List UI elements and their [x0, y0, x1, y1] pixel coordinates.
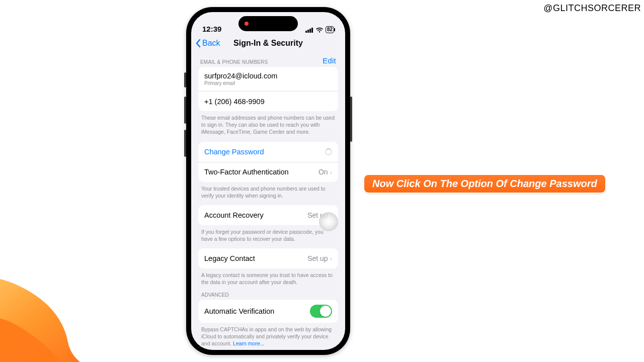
edit-button[interactable]: Edit [323, 56, 336, 65]
footer-email-phone: These email addresses and phone numbers … [198, 111, 338, 142]
row-change-password[interactable]: Change Password [198, 142, 338, 162]
svg-rect-1 [307, 30, 309, 33]
section-header-label: EMAIL & PHONE NUMBERS [200, 59, 268, 65]
svg-rect-2 [309, 29, 311, 33]
row-email[interactable]: surfpro24@icloud.com Primary email [198, 67, 338, 91]
loading-spinner-icon [325, 148, 332, 155]
legacy-contact-label: Legacy Contact [204, 254, 255, 262]
navigation-bar: Back Sign-In & Security [191, 34, 345, 52]
footer-legacy-contact: A legacy contact is someone you trust to… [198, 268, 338, 292]
instruction-callout: Now Click On The Option Of Change Passwo… [363, 174, 606, 194]
learn-more-link[interactable]: Learn more... [233, 340, 264, 346]
chevron-right-icon: › [330, 168, 332, 176]
two-factor-value: On [318, 168, 328, 176]
section-header-email-phone: EMAIL & PHONE NUMBERS Edit [198, 52, 338, 67]
footer-automatic-verification: Bypass CAPTCHAs in apps and on the web b… [198, 323, 338, 350]
row-legacy-contact[interactable]: Legacy Contact Set up › [198, 248, 338, 268]
email-value: surfpro24@icloud.com [204, 72, 277, 80]
row-account-recovery[interactable]: Account Recovery Set up › [198, 205, 338, 225]
page-title: Sign-In & Security [191, 39, 345, 48]
watermark-text: @GLITCHSORCERER [543, 3, 641, 14]
chevron-right-icon: › [330, 255, 332, 262]
two-factor-label: Two-Factor Authentication [204, 168, 289, 176]
automatic-verification-footer-text: Bypass CAPTCHAs in apps and on the web b… [201, 326, 332, 346]
phone-value: +1 (206) 468-9909 [204, 98, 265, 106]
section-header-advanced: ADVANCED [198, 292, 338, 300]
assistive-touch-button[interactable] [319, 212, 338, 231]
wifi-icon [315, 27, 324, 33]
svg-rect-0 [305, 31, 307, 33]
group-automatic-verification: Automatic Verification [198, 300, 338, 323]
group-legacy-contact: Legacy Contact Set up › [198, 248, 338, 268]
phone-frame: 12:39 82 Back Sign-In & Security [186, 7, 350, 355]
group-email-phone: surfpro24@icloud.com Primary email +1 (2… [198, 67, 338, 111]
automatic-verification-toggle[interactable] [310, 305, 332, 318]
legacy-contact-value: Set up [307, 254, 328, 262]
phone-screen: 12:39 82 Back Sign-In & Security [191, 12, 345, 350]
cellular-signal-icon [305, 27, 313, 33]
change-password-label: Change Password [204, 148, 264, 156]
volume-up-button [184, 97, 186, 124]
footer-account-recovery: If you forget your password or device pa… [198, 225, 338, 248]
dynamic-island [238, 16, 298, 31]
volume-down-button [184, 130, 186, 157]
svg-rect-3 [311, 28, 313, 33]
recording-indicator-icon [245, 22, 249, 26]
account-recovery-label: Account Recovery [204, 211, 264, 219]
group-account-recovery: Account Recovery Set up › [198, 205, 338, 225]
automatic-verification-label: Automatic Verification [204, 307, 274, 315]
battery-icon: 82 [326, 26, 334, 33]
power-button [350, 97, 352, 142]
row-automatic-verification: Automatic Verification [198, 300, 338, 323]
row-two-factor[interactable]: Two-Factor Authentication On › [198, 162, 338, 182]
email-subtitle: Primary email [204, 80, 277, 86]
mute-switch [184, 72, 186, 87]
row-phone[interactable]: +1 (206) 468-9909 [198, 91, 338, 111]
group-password-2fa: Change Password Two-Factor Authenticatio… [198, 142, 338, 182]
footer-two-factor: Your trusted devices and phone numbers a… [198, 182, 338, 205]
decorative-blob [0, 236, 126, 362]
